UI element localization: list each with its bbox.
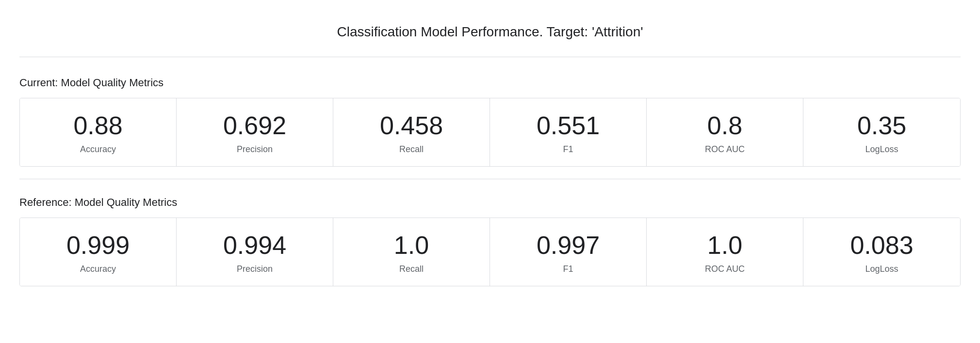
- current-metric-card-2: 0.458Recall: [333, 98, 490, 166]
- reference-metric-label-2: Recall: [399, 264, 424, 274]
- reference-metric-value-3: 0.997: [537, 232, 600, 259]
- current-metric-card-0: 0.88Accuracy: [20, 98, 177, 166]
- current-metric-label-2: Recall: [399, 144, 424, 155]
- current-section: Current: Model Quality Metrics 0.88Accur…: [19, 62, 961, 176]
- reference-metric-value-2: 1.0: [394, 232, 429, 259]
- current-metric-card-3: 0.551F1: [490, 98, 647, 166]
- page-title: Classification Model Performance. Target…: [19, 15, 961, 52]
- reference-metric-label-4: ROC AUC: [705, 264, 745, 274]
- reference-metric-value-4: 1.0: [707, 232, 742, 259]
- current-metric-card-5: 0.35LogLoss: [803, 98, 960, 166]
- current-metric-label-3: F1: [563, 144, 573, 155]
- current-metric-value-0: 0.88: [73, 112, 122, 140]
- reference-metric-value-1: 0.994: [223, 232, 286, 259]
- reference-metric-value-0: 0.999: [66, 232, 130, 259]
- current-metric-label-0: Accuracy: [80, 144, 116, 155]
- current-section-title: Current: Model Quality Metrics: [19, 77, 961, 89]
- current-metric-value-2: 0.458: [380, 112, 443, 140]
- reference-metrics-grid: 0.999Accuracy0.994Precision1.0Recall0.99…: [19, 218, 961, 286]
- current-metric-value-1: 0.692: [223, 112, 286, 140]
- reference-metric-label-5: LogLoss: [865, 264, 898, 274]
- reference-section: Reference: Model Quality Metrics 0.999Ac…: [19, 182, 961, 296]
- reference-metric-value-5: 0.083: [850, 232, 913, 259]
- reference-metric-label-1: Precision: [237, 264, 273, 274]
- current-metric-card-4: 0.8ROC AUC: [647, 98, 803, 166]
- page-container: Classification Model Performance. Target…: [0, 0, 980, 311]
- current-metrics-grid: 0.88Accuracy0.692Precision0.458Recall0.5…: [19, 98, 961, 167]
- reference-section-title: Reference: Model Quality Metrics: [19, 196, 961, 209]
- reference-metric-card-5: 0.083LogLoss: [803, 218, 960, 286]
- current-metric-value-3: 0.551: [537, 112, 600, 140]
- reference-metric-label-3: F1: [563, 264, 573, 274]
- current-metric-value-4: 0.8: [707, 112, 742, 140]
- reference-metric-card-0: 0.999Accuracy: [20, 218, 177, 286]
- reference-metric-card-2: 1.0Recall: [333, 218, 490, 286]
- current-metric-label-5: LogLoss: [865, 144, 898, 155]
- current-metric-label-1: Precision: [237, 144, 273, 155]
- middle-divider: [19, 179, 961, 179]
- reference-metric-card-1: 0.994Precision: [177, 218, 333, 286]
- reference-metric-card-3: 0.997F1: [490, 218, 647, 286]
- top-divider: [19, 57, 961, 57]
- reference-metric-label-0: Accuracy: [80, 264, 116, 274]
- current-metric-value-5: 0.35: [857, 112, 906, 140]
- current-metric-label-4: ROC AUC: [705, 144, 745, 155]
- current-metric-card-1: 0.692Precision: [177, 98, 333, 166]
- reference-metric-card-4: 1.0ROC AUC: [647, 218, 803, 286]
